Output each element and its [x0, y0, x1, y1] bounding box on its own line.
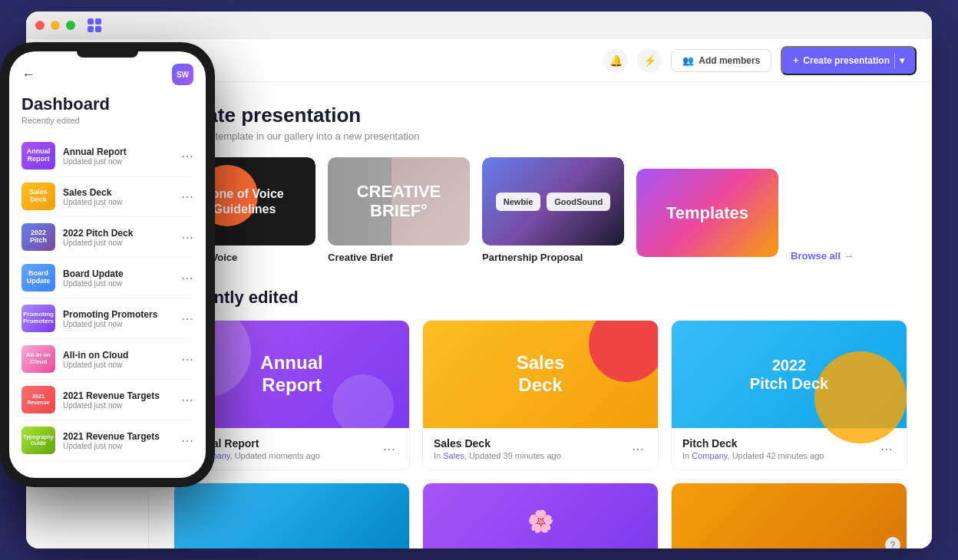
button-divider [894, 53, 895, 68]
notifications-button[interactable]: 🔔 [603, 48, 628, 73]
add-members-button[interactable]: 👥 Add members [671, 49, 771, 72]
more-button-pitch[interactable]: ⋯ [877, 440, 896, 458]
phone-list-item-board[interactable]: BoardUpdate Board Update Updated just no… [21, 258, 193, 298]
sales-thumb-title: SalesDeck [517, 352, 565, 397]
annual-circle-2 [332, 374, 394, 436]
phone-more-board[interactable]: ⋯ [181, 271, 193, 285]
template-card-brief[interactable]: CREATIVEBRIEF° Creative Brief [328, 157, 470, 263]
phone-list-item-promoting[interactable]: PromotingPromoters Promoting Promoters U… [21, 298, 193, 339]
recent-thumb-pitch: 2022Pitch Deck [672, 321, 907, 428]
plus-icon: + [793, 55, 798, 66]
phone-list-item-annual[interactable]: AnnualReport Annual Report Updated just … [21, 136, 193, 176]
recent-card-name-pitch: Pitch Deck [682, 437, 824, 450]
phone-list-item-revenue1[interactable]: 2021Revenue 2021 Revenue Targets Updated… [21, 380, 193, 420]
phone-list-item-pitch[interactable]: 2022Pitch 2022 Pitch Deck Updated just n… [21, 217, 193, 258]
phone-thumb-promoting: PromotingPromoters [21, 305, 55, 332]
phone-screen: ← SW Dashboard Recently edited AnnualRep… [9, 51, 206, 478]
template-label-partnership: Partnership Proposal [482, 252, 624, 263]
phone-list-item-sales[interactable]: SalesDeck Sales Deck Updated just now ⋯ [21, 176, 193, 217]
browse-all-link[interactable]: Browse all → [791, 250, 854, 262]
templates-row: Tone of VoiceGuidelines Tone of Voice [173, 157, 907, 263]
header: 🔔 ⚡ 👥 Add members + Create presentation … [149, 39, 932, 82]
recent-card-sales[interactable]: SalesDeck Sales Deck In Sales, Updated 3… [422, 320, 659, 470]
phone-avatar: SW [172, 64, 193, 85]
phone-dashboard-title: Dashboard [21, 94, 193, 114]
template-thumb-partnership: Newbie GoodSound [482, 157, 624, 245]
sales-circle [589, 320, 659, 382]
phone-more-promoting[interactable]: ⋯ [181, 311, 193, 326]
phone-frame: ← SW Dashboard Recently edited AnnualRep… [0, 42, 215, 487]
template-label-brief: Creative Brief [328, 252, 470, 263]
recent-thumb-sales: SalesDeck [423, 321, 658, 428]
phone-item-info-board: Board Update Updated just now [63, 268, 173, 288]
phone-list-item-revenue2[interactable]: TypographyGuide 2021 Revenue Targets Upd… [21, 420, 193, 461]
workspace-link-pitch[interactable]: Company [692, 451, 727, 460]
cb-text: CREATIVEBRIEF° [357, 183, 441, 219]
recent-card-bottom-2[interactable]: 🌸 [422, 483, 659, 548]
phone-item-info-annual: Annual Report Updated just now [63, 147, 173, 166]
phone-item-info-revenue1: 2021 Revenue Targets Updated just now [63, 390, 173, 410]
recent-grid: AnnualReport Annual Report In Company, U… [173, 320, 907, 470]
phone-more-revenue1[interactable]: ⋯ [181, 393, 193, 407]
phone-thumb-revenue2: TypographyGuide [21, 427, 55, 454]
pp-thumbnail: Newbie GoodSound [482, 157, 624, 245]
people-icon: 👥 [682, 55, 694, 66]
question-badge[interactable]: ? [885, 537, 900, 548]
phone-item-info-sales: Sales Deck Updated just now [63, 187, 173, 206]
cb-thumbnail: CREATIVEBRIEF° [328, 157, 470, 245]
template-thumb-templates: Templates [636, 169, 778, 257]
phone-back-button[interactable]: ← [21, 67, 35, 83]
phone-more-revenue2[interactable]: ⋯ [181, 433, 193, 448]
phone-more-annual[interactable]: ⋯ [181, 149, 193, 163]
recent-card-meta-pitch: In Company, Updated 42 minutes ago [682, 451, 824, 460]
phone-notch [77, 51, 138, 58]
browse-col: Browse all → [791, 250, 854, 263]
recent-card-pitch[interactable]: 2022Pitch Deck Pitch Deck In Company, Up… [671, 320, 907, 470]
create-section-subtitle: Turn any template in our gallery into a … [173, 130, 907, 142]
pp-logo-1: Newbie [496, 193, 541, 211]
activity-button[interactable]: ⚡ [637, 48, 662, 73]
phone-more-cloud[interactable]: ⋯ [181, 352, 193, 367]
phone-more-pitch[interactable]: ⋯ [181, 230, 193, 245]
arrow-right-icon: → [844, 250, 854, 262]
more-button-annual[interactable]: ⋯ [380, 440, 398, 458]
phone-overlay: ← SW Dashboard Recently edited AnnualRep… [0, 42, 246, 518]
phone-thumb-sales: SalesDeck [21, 183, 55, 210]
phone-thumb-board: BoardUpdate [21, 264, 55, 292]
maximize-button[interactable] [66, 21, 75, 30]
phone-list-item-cloud[interactable]: All-in onCloud All-in on Cloud Updated j… [21, 339, 193, 380]
recent-card-info-sales: Sales Deck In Sales, Updated 39 minutes … [423, 428, 658, 469]
more-button-sales[interactable]: ⋯ [629, 440, 647, 458]
minimize-button[interactable] [51, 21, 60, 30]
recent-bottom-grid: 🌸 ? [173, 483, 907, 548]
pitch-thumb-title: 2022Pitch Deck [750, 356, 828, 393]
recent-card-name-sales: Sales Deck [434, 437, 561, 450]
close-button[interactable] [35, 21, 45, 30]
recently-edited-title: Recently edited [173, 288, 907, 308]
phone-content: Dashboard Recently edited AnnualReport A… [9, 85, 206, 478]
cb-overlay: CREATIVEBRIEF° [328, 157, 470, 245]
create-presentation-button[interactable]: + Create presentation ▾ [781, 46, 917, 75]
tmpl-text: Templates [666, 203, 748, 223]
phone-item-info-pitch: 2022 Pitch Deck Updated just now [63, 228, 173, 247]
template-card-templates[interactable]: Templates [636, 169, 778, 263]
recent-card-bottom-3[interactable]: ? [671, 483, 907, 548]
phone-header: ← SW [9, 58, 206, 85]
phone-item-info-revenue2: 2021 Revenue Targets Updated just now [63, 431, 173, 450]
phone-thumb-annual: AnnualReport [21, 142, 55, 170]
main-content: Create presentation Turn any template in… [149, 82, 932, 548]
phone-thumb-pitch: 2022Pitch [21, 223, 55, 251]
create-section-title: Create presentation [173, 104, 907, 127]
phone-item-info-cloud: All-in on Cloud Updated just now [63, 350, 173, 369]
template-card-partnership[interactable]: Newbie GoodSound Partnership Proposal [482, 157, 624, 263]
title-bar [26, 12, 932, 39]
phone-thumb-cloud: All-in onCloud [21, 345, 55, 373]
app-icon [88, 18, 101, 32]
recent-card-meta-sales: In Sales, Updated 39 minutes ago [434, 451, 561, 460]
phone-item-info-promoting: Promoting Promoters Updated just now [63, 309, 173, 328]
pp-logo-2: GoodSound [547, 193, 610, 211]
chevron-down-icon: ▾ [900, 55, 904, 66]
phone-recently-label: Recently edited [21, 116, 193, 125]
phone-more-sales[interactable]: ⋯ [181, 189, 193, 204]
workspace-link-sales[interactable]: Sales [443, 451, 464, 460]
